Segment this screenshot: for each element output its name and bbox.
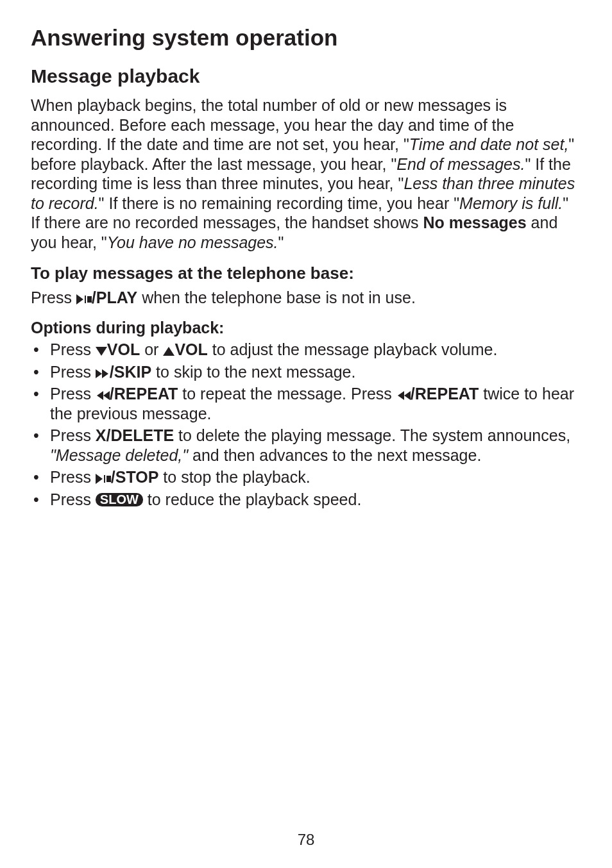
text: to stop the playback. bbox=[158, 468, 310, 486]
stop-label: /STOP bbox=[111, 468, 159, 486]
text: Press bbox=[50, 426, 96, 444]
svg-marker-11 bbox=[96, 474, 103, 484]
vol-label: VOL bbox=[174, 340, 207, 358]
intro-italic-5: You have no messages. bbox=[107, 233, 278, 251]
options-list: Press VOL or VOL to adjust the message p… bbox=[31, 340, 581, 509]
svg-rect-1 bbox=[85, 296, 86, 303]
svg-marker-6 bbox=[102, 369, 108, 378]
text: Press bbox=[50, 340, 96, 358]
intro-italic-2: End of messages. bbox=[396, 155, 525, 173]
play-stop-icon bbox=[96, 474, 111, 484]
intro-paragraph: When playback begins, the total number o… bbox=[31, 96, 581, 252]
intro-italic-4: Memory is full. bbox=[459, 194, 563, 212]
play-instruction: Press /PLAY when the telephone base is n… bbox=[31, 288, 581, 308]
text: Press bbox=[31, 288, 76, 306]
vol-label: VOL bbox=[107, 340, 140, 358]
svg-rect-12 bbox=[104, 475, 105, 483]
list-item: Press /STOP to stop the playback. bbox=[31, 467, 581, 487]
svg-marker-0 bbox=[76, 294, 83, 305]
list-item: Press X/DELETE to delete the playing mes… bbox=[31, 426, 581, 465]
rewind-icon bbox=[396, 390, 411, 401]
svg-marker-9 bbox=[398, 391, 404, 400]
text: to reduce the playback speed. bbox=[143, 490, 362, 508]
skip-label: /SKIP bbox=[110, 363, 151, 381]
svg-rect-13 bbox=[106, 476, 111, 482]
page-title: Answering system operation bbox=[31, 24, 581, 52]
subsection-play-at-base: To play messages at the telephone base: … bbox=[31, 263, 581, 307]
text: to skip to the next message. bbox=[151, 363, 355, 381]
list-item: Press SLOW to reduce the playback speed. bbox=[31, 490, 581, 510]
text: or bbox=[140, 340, 163, 358]
repeat-label: /REPEAT bbox=[110, 385, 178, 403]
svg-rect-2 bbox=[87, 296, 92, 303]
triangle-down-icon bbox=[96, 346, 107, 356]
text: and then advances to the next message. bbox=[188, 446, 481, 464]
svg-marker-5 bbox=[96, 369, 102, 378]
svg-marker-10 bbox=[404, 391, 411, 400]
section-title: Message playback bbox=[31, 65, 581, 88]
list-item: Press /SKIP to skip to the next message. bbox=[31, 362, 581, 382]
play-button-label: /PLAY bbox=[92, 288, 137, 306]
intro-italic-1: Time and date not set, bbox=[409, 135, 569, 153]
delete-announce-text: "Message deleted," bbox=[50, 446, 188, 464]
text: Press bbox=[50, 363, 96, 381]
text: Press bbox=[50, 468, 96, 486]
intro-bold-1: No messages bbox=[423, 213, 526, 231]
delete-label: X/DELETE bbox=[96, 426, 174, 444]
svg-marker-7 bbox=[97, 391, 103, 400]
page-number: 78 bbox=[0, 830, 612, 849]
text: Press bbox=[50, 385, 96, 403]
repeat-label: /REPEAT bbox=[411, 385, 479, 403]
triangle-up-icon bbox=[163, 346, 174, 356]
subsection-heading: Options during playback: bbox=[31, 318, 581, 338]
play-stop-icon bbox=[76, 294, 92, 305]
intro-text: " bbox=[278, 233, 284, 251]
fast-forward-icon bbox=[96, 369, 110, 379]
svg-marker-8 bbox=[103, 391, 110, 400]
intro-text: " If there is no remaining recording tim… bbox=[99, 194, 459, 212]
text: when the telephone base is not in use. bbox=[137, 288, 416, 306]
rewind-icon bbox=[96, 390, 110, 401]
subsection-heading: To play messages at the telephone base: bbox=[31, 263, 581, 284]
slow-pill: SLOW bbox=[96, 493, 143, 506]
subsection-options: Options during playback: Press VOL or VO… bbox=[31, 318, 581, 510]
svg-marker-4 bbox=[163, 347, 174, 356]
text: to delete the playing message. The syste… bbox=[174, 426, 570, 444]
text: to repeat the message. Press bbox=[178, 385, 396, 403]
list-item: Press VOL or VOL to adjust the message p… bbox=[31, 340, 581, 360]
svg-marker-3 bbox=[96, 347, 107, 356]
text: Press bbox=[50, 490, 96, 508]
list-item: Press /REPEAT to repeat the message. Pre… bbox=[31, 384, 581, 423]
text: to adjust the message playback volume. bbox=[208, 340, 498, 358]
